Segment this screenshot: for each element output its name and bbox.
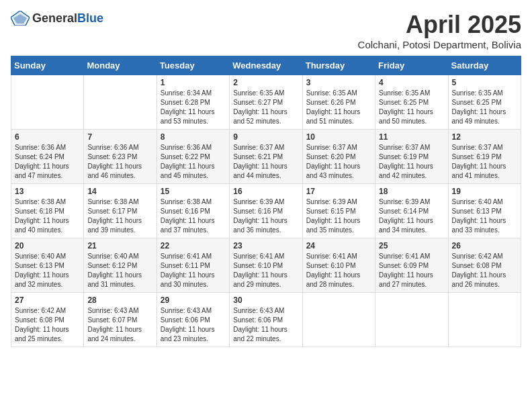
day-number: 5 — [452, 78, 517, 87]
day-info: Sunrise: 6:35 AM Sunset: 6:27 PM Dayligh… — [233, 89, 298, 126]
day-cell: 27Sunrise: 6:42 AM Sunset: 6:08 PM Dayli… — [11, 293, 84, 347]
day-cell: 29Sunrise: 6:43 AM Sunset: 6:06 PM Dayli… — [157, 293, 229, 347]
day-number: 3 — [306, 78, 371, 87]
calendar-table: SundayMondayTuesdayWednesdayThursdayFrid… — [11, 56, 521, 347]
day-info: Sunrise: 6:42 AM Sunset: 6:08 PM Dayligh… — [452, 252, 517, 289]
day-cell: 14Sunrise: 6:38 AM Sunset: 6:17 PM Dayli… — [84, 184, 157, 238]
day-number: 23 — [233, 241, 298, 250]
day-number: 20 — [15, 241, 80, 250]
weekday-header-tuesday: Tuesday — [157, 56, 229, 75]
day-info: Sunrise: 6:34 AM Sunset: 6:28 PM Dayligh… — [161, 89, 226, 126]
day-cell: 6Sunrise: 6:36 AM Sunset: 6:24 PM Daylig… — [11, 130, 84, 184]
day-number: 2 — [233, 78, 298, 87]
day-info: Sunrise: 6:37 AM Sunset: 6:19 PM Dayligh… — [379, 143, 444, 181]
week-row-5: 27Sunrise: 6:42 AM Sunset: 6:08 PM Dayli… — [11, 293, 521, 347]
day-number: 25 — [379, 241, 444, 250]
day-cell: 24Sunrise: 6:41 AM Sunset: 6:10 PM Dayli… — [302, 238, 375, 293]
day-number: 22 — [161, 241, 226, 250]
day-cell: 12Sunrise: 6:37 AM Sunset: 6:19 PM Dayli… — [448, 130, 521, 184]
day-cell: 9Sunrise: 6:37 AM Sunset: 6:21 PM Daylig… — [230, 130, 302, 184]
day-number: 8 — [161, 132, 226, 142]
day-number: 10 — [306, 132, 371, 142]
day-info: Sunrise: 6:43 AM Sunset: 6:06 PM Dayligh… — [161, 306, 226, 344]
day-number: 18 — [379, 187, 444, 196]
day-info: Sunrise: 6:40 AM Sunset: 6:13 PM Dayligh… — [452, 197, 517, 235]
weekday-header-friday: Friday — [375, 56, 448, 75]
day-info: Sunrise: 6:36 AM Sunset: 6:23 PM Dayligh… — [87, 143, 152, 181]
week-row-3: 13Sunrise: 6:38 AM Sunset: 6:18 PM Dayli… — [11, 184, 521, 238]
day-info: Sunrise: 6:35 AM Sunset: 6:25 PM Dayligh… — [452, 89, 517, 126]
day-number: 16 — [233, 187, 298, 196]
day-info: Sunrise: 6:39 AM Sunset: 6:15 PM Dayligh… — [306, 197, 371, 235]
day-number: 29 — [161, 295, 226, 305]
day-cell: 17Sunrise: 6:39 AM Sunset: 6:15 PM Dayli… — [302, 184, 375, 238]
day-cell: 22Sunrise: 6:41 AM Sunset: 6:11 PM Dayli… — [157, 238, 229, 293]
day-cell: 13Sunrise: 6:38 AM Sunset: 6:18 PM Dayli… — [11, 184, 84, 238]
day-number: 7 — [87, 132, 152, 142]
day-number: 4 — [379, 78, 444, 87]
day-cell — [448, 293, 521, 347]
day-info: Sunrise: 6:38 AM Sunset: 6:17 PM Dayligh… — [87, 197, 152, 235]
day-cell: 26Sunrise: 6:42 AM Sunset: 6:08 PM Dayli… — [448, 238, 521, 293]
day-info: Sunrise: 6:42 AM Sunset: 6:08 PM Dayligh… — [15, 306, 80, 344]
weekday-header-wednesday: Wednesday — [230, 56, 302, 75]
logo: GeneralBlue — [11, 11, 103, 26]
day-info: Sunrise: 6:41 AM Sunset: 6:09 PM Dayligh… — [379, 252, 444, 289]
day-info: Sunrise: 6:41 AM Sunset: 6:10 PM Dayligh… — [306, 252, 371, 289]
day-number: 15 — [161, 187, 226, 196]
day-cell — [375, 293, 448, 347]
day-number: 12 — [452, 132, 517, 142]
day-info: Sunrise: 6:37 AM Sunset: 6:20 PM Dayligh… — [306, 143, 371, 181]
day-cell: 7Sunrise: 6:36 AM Sunset: 6:23 PM Daylig… — [84, 130, 157, 184]
day-cell — [302, 293, 375, 347]
day-info: Sunrise: 6:35 AM Sunset: 6:25 PM Dayligh… — [379, 89, 444, 126]
day-number: 6 — [15, 132, 80, 142]
logo-general: General — [32, 11, 77, 25]
day-info: Sunrise: 6:39 AM Sunset: 6:16 PM Dayligh… — [233, 197, 298, 235]
day-cell: 5Sunrise: 6:35 AM Sunset: 6:25 PM Daylig… — [448, 75, 521, 130]
day-info: Sunrise: 6:41 AM Sunset: 6:10 PM Dayligh… — [233, 252, 298, 289]
day-info: Sunrise: 6:43 AM Sunset: 6:06 PM Dayligh… — [233, 306, 298, 344]
day-cell: 15Sunrise: 6:38 AM Sunset: 6:16 PM Dayli… — [157, 184, 229, 238]
week-row-2: 6Sunrise: 6:36 AM Sunset: 6:24 PM Daylig… — [11, 130, 521, 184]
week-row-1: 1Sunrise: 6:34 AM Sunset: 6:28 PM Daylig… — [11, 75, 521, 130]
day-number: 19 — [452, 187, 517, 196]
day-number: 27 — [15, 295, 80, 305]
header: GeneralBlue April 2025 Colchani, Potosi … — [11, 11, 521, 50]
day-cell: 10Sunrise: 6:37 AM Sunset: 6:20 PM Dayli… — [302, 130, 375, 184]
day-cell: 21Sunrise: 6:40 AM Sunset: 6:12 PM Dayli… — [84, 238, 157, 293]
day-number: 17 — [306, 187, 371, 196]
day-cell: 30Sunrise: 6:43 AM Sunset: 6:06 PM Dayli… — [230, 293, 302, 347]
day-number: 30 — [233, 295, 298, 305]
day-info: Sunrise: 6:43 AM Sunset: 6:07 PM Dayligh… — [87, 306, 152, 344]
day-cell — [11, 75, 84, 130]
day-info: Sunrise: 6:37 AM Sunset: 6:21 PM Dayligh… — [233, 143, 298, 181]
day-number: 21 — [87, 241, 152, 250]
day-cell: 16Sunrise: 6:39 AM Sunset: 6:16 PM Dayli… — [230, 184, 302, 238]
day-cell: 2Sunrise: 6:35 AM Sunset: 6:27 PM Daylig… — [230, 75, 302, 130]
day-cell: 8Sunrise: 6:36 AM Sunset: 6:22 PM Daylig… — [157, 130, 229, 184]
day-number: 26 — [452, 241, 517, 250]
day-number: 24 — [306, 241, 371, 250]
day-info: Sunrise: 6:39 AM Sunset: 6:14 PM Dayligh… — [379, 197, 444, 235]
weekday-header-thursday: Thursday — [302, 56, 375, 75]
title-area: April 2025 Colchani, Potosi Department, … — [358, 11, 521, 50]
location-title: Colchani, Potosi Department, Bolivia — [358, 39, 521, 50]
day-info: Sunrise: 6:36 AM Sunset: 6:24 PM Dayligh… — [15, 143, 80, 181]
weekday-header-row: SundayMondayTuesdayWednesdayThursdayFrid… — [11, 56, 521, 75]
day-cell: 28Sunrise: 6:43 AM Sunset: 6:07 PM Dayli… — [84, 293, 157, 347]
day-number: 13 — [15, 187, 80, 196]
day-info: Sunrise: 6:38 AM Sunset: 6:18 PM Dayligh… — [15, 197, 80, 235]
day-number: 11 — [379, 132, 444, 142]
day-info: Sunrise: 6:41 AM Sunset: 6:11 PM Dayligh… — [161, 252, 226, 289]
day-cell: 19Sunrise: 6:40 AM Sunset: 6:13 PM Dayli… — [448, 184, 521, 238]
logo-text: GeneralBlue — [32, 11, 103, 26]
day-info: Sunrise: 6:37 AM Sunset: 6:19 PM Dayligh… — [452, 143, 517, 181]
day-cell: 4Sunrise: 6:35 AM Sunset: 6:25 PM Daylig… — [375, 75, 448, 130]
day-cell: 3Sunrise: 6:35 AM Sunset: 6:26 PM Daylig… — [302, 75, 375, 130]
day-cell: 20Sunrise: 6:40 AM Sunset: 6:13 PM Dayli… — [11, 238, 84, 293]
weekday-header-saturday: Saturday — [448, 56, 521, 75]
day-cell — [84, 75, 157, 130]
day-info: Sunrise: 6:40 AM Sunset: 6:13 PM Dayligh… — [15, 252, 80, 289]
day-info: Sunrise: 6:40 AM Sunset: 6:12 PM Dayligh… — [87, 252, 152, 289]
